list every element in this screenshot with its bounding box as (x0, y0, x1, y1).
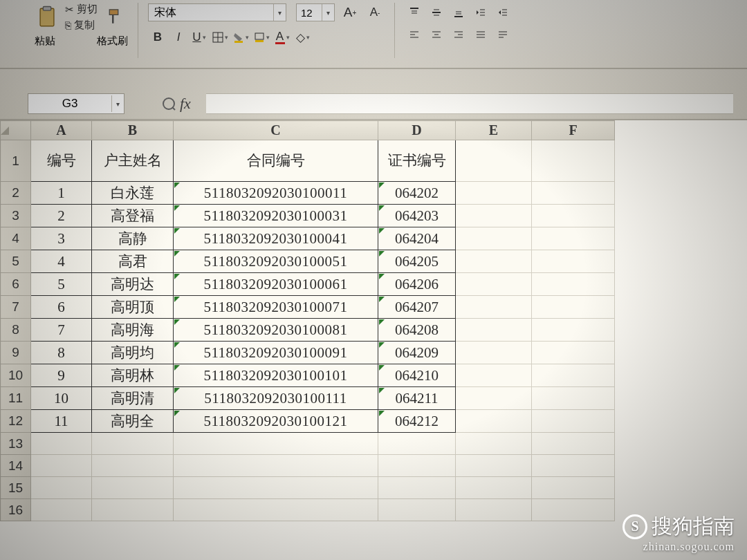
empty-cell[interactable] (92, 477, 174, 499)
chevron-down-icon[interactable]: ▾ (322, 4, 334, 21)
data-cell[interactable]: 11 (31, 410, 92, 433)
empty-cell[interactable] (31, 499, 92, 521)
row-header[interactable]: 14 (1, 455, 31, 477)
empty-cell[interactable] (456, 296, 532, 319)
data-cell[interactable]: 064203 (378, 205, 456, 227)
font-color-button[interactable]: A▾ (273, 28, 292, 47)
empty-cell[interactable] (456, 205, 532, 227)
data-cell[interactable]: 高明达 (92, 273, 174, 296)
format-painter-button[interactable] (103, 5, 128, 30)
cut-button[interactable]: ✂ 剪切 (65, 3, 98, 16)
paste-button[interactable] (35, 5, 59, 30)
data-cell[interactable]: 白永莲 (92, 182, 174, 205)
empty-cell[interactable] (532, 455, 615, 477)
data-cell[interactable]: 高明海 (92, 319, 174, 342)
data-cell[interactable]: 高明顶 (92, 296, 174, 319)
data-cell[interactable]: 高登福 (92, 205, 174, 227)
data-cell[interactable]: 5118032092030100121 (174, 410, 378, 433)
data-cell[interactable]: 5118032092030100111 (174, 387, 378, 410)
data-cell[interactable]: 5118032092030100011 (174, 182, 378, 205)
empty-cell[interactable] (456, 319, 532, 342)
row-header[interactable]: 15 (1, 477, 31, 499)
insert-function-icon[interactable] (162, 97, 176, 111)
empty-cell[interactable] (532, 296, 615, 319)
data-cell[interactable]: 4 (31, 250, 92, 273)
empty-cell[interactable] (378, 499, 456, 521)
empty-cell[interactable] (456, 499, 532, 521)
empty-cell[interactable] (174, 455, 378, 477)
column-header[interactable]: D (378, 121, 456, 140)
row-header[interactable]: 11 (1, 387, 31, 410)
row-header[interactable]: 13 (1, 433, 31, 455)
data-cell[interactable]: 064206 (378, 273, 456, 296)
data-cell[interactable]: 064211 (378, 387, 456, 410)
fill-color-button[interactable]: ▾ (231, 28, 250, 47)
row-header[interactable]: 1 (1, 140, 31, 182)
fx-label[interactable]: fx (180, 95, 191, 113)
font-name-select[interactable]: 宋体 ▾ (148, 3, 286, 21)
column-header[interactable]: F (532, 121, 615, 140)
data-cell[interactable]: 5118032092030100041 (174, 227, 378, 250)
row-header[interactable]: 7 (1, 296, 31, 319)
empty-cell[interactable] (378, 433, 456, 455)
data-cell[interactable]: 3 (31, 227, 92, 250)
empty-cell[interactable] (532, 364, 615, 387)
highlight-button[interactable]: ▾ (252, 28, 271, 47)
data-cell[interactable]: 8 (31, 342, 92, 364)
empty-cell[interactable] (532, 273, 615, 296)
paste-label[interactable]: 粘贴 (35, 35, 55, 48)
data-cell[interactable]: 5118032092030100081 (174, 319, 378, 342)
data-cell[interactable]: 064207 (378, 296, 456, 319)
data-cell[interactable]: 064210 (378, 364, 456, 387)
table-header-cell[interactable]: 户主姓名 (92, 140, 174, 182)
align-center-button[interactable] (427, 25, 446, 44)
data-cell[interactable]: 7 (31, 319, 92, 342)
decrease-font-button[interactable]: A- (365, 3, 385, 22)
data-cell[interactable]: 高明林 (92, 364, 174, 387)
column-header[interactable]: A (31, 121, 92, 140)
empty-cell[interactable] (532, 387, 615, 410)
data-cell[interactable]: 6 (31, 296, 92, 319)
table-header-cell[interactable]: 编号 (31, 140, 92, 182)
empty-cell[interactable] (456, 273, 532, 296)
data-cell[interactable]: 5118032092030100061 (174, 273, 378, 296)
copy-button[interactable]: ⎘ 复制 (65, 19, 98, 32)
formula-input[interactable] (206, 93, 733, 114)
data-cell[interactable]: 高明清 (92, 387, 174, 410)
format-painter-label[interactable]: 格式刷 (97, 35, 128, 48)
bold-button[interactable]: B (148, 28, 167, 47)
justify-button[interactable] (471, 25, 490, 44)
data-cell[interactable]: 10 (31, 387, 92, 410)
empty-cell[interactable] (532, 182, 615, 205)
chevron-down-icon[interactable]: ▾ (273, 4, 286, 21)
empty-cell[interactable] (532, 227, 615, 250)
table-header-cell[interactable]: 证书编号 (378, 140, 456, 182)
empty-cell[interactable] (532, 140, 615, 182)
empty-cell[interactable] (31, 433, 92, 455)
data-cell[interactable]: 064212 (378, 410, 456, 433)
decrease-indent-button[interactable] (471, 3, 490, 22)
data-cell[interactable]: 064205 (378, 250, 456, 273)
data-cell[interactable]: 高君 (92, 250, 174, 273)
empty-cell[interactable] (456, 250, 532, 273)
empty-cell[interactable] (532, 433, 615, 455)
data-cell[interactable]: 5 (31, 273, 92, 296)
row-header[interactable]: 8 (1, 319, 31, 342)
empty-cell[interactable] (31, 477, 92, 499)
empty-cell[interactable] (456, 455, 532, 477)
row-header[interactable]: 2 (1, 182, 31, 205)
empty-cell[interactable] (456, 477, 532, 499)
empty-cell[interactable] (92, 433, 174, 455)
select-all-corner[interactable] (1, 121, 31, 140)
border-button[interactable]: ▾ (210, 28, 230, 47)
empty-cell[interactable] (378, 455, 456, 477)
row-header[interactable]: 16 (1, 499, 31, 521)
chevron-down-icon[interactable]: ▾ (111, 95, 124, 112)
data-cell[interactable]: 5118032092030100051 (174, 250, 378, 273)
data-cell[interactable]: 9 (31, 364, 92, 387)
italic-button[interactable]: I (169, 28, 188, 47)
data-cell[interactable]: 高静 (92, 227, 174, 250)
empty-cell[interactable] (532, 319, 615, 342)
clear-format-button[interactable]: ◇▾ (293, 28, 313, 47)
increase-indent-button[interactable] (493, 3, 513, 22)
